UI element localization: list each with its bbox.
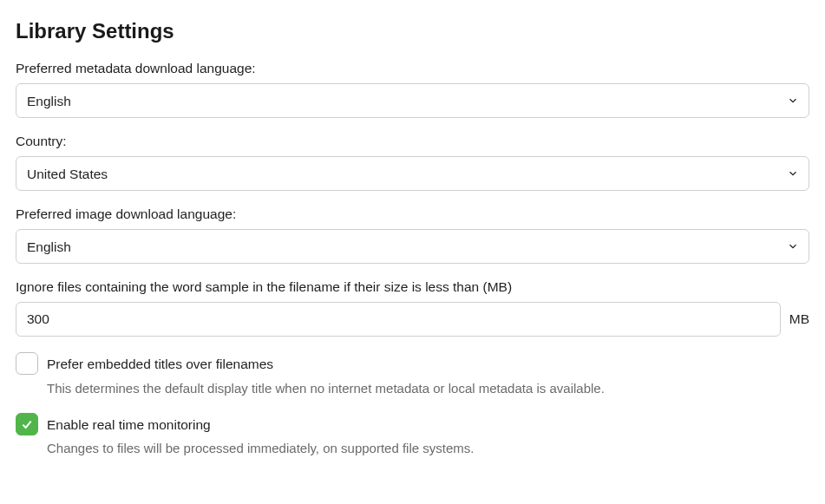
image-language-select[interactable]: English <box>16 229 809 264</box>
metadata-language-select-wrapper: English <box>16 83 809 118</box>
metadata-language-group: Preferred metadata download language: En… <box>16 61 809 118</box>
realtime-monitoring-text: Enable real time monitoring Changes to f… <box>47 413 474 458</box>
prefer-embedded-description: This determines the default display titl… <box>47 379 605 397</box>
page-title: Library Settings <box>16 19 809 43</box>
prefer-embedded-text: Prefer embedded titles over filenames Th… <box>47 352 605 397</box>
metadata-language-label: Preferred metadata download language: <box>16 61 809 76</box>
realtime-monitoring-description: Changes to files will be processed immed… <box>47 439 474 457</box>
prefer-embedded-checkbox[interactable] <box>16 352 38 375</box>
country-group: Country: United States <box>16 134 809 191</box>
image-language-select-wrapper: English <box>16 229 809 264</box>
prefer-embedded-label: Prefer embedded titles over filenames <box>47 355 605 374</box>
realtime-monitoring-group: Enable real time monitoring Changes to f… <box>16 413 809 458</box>
ignore-sample-label: Ignore files containing the word sample … <box>16 279 809 295</box>
metadata-language-select[interactable]: English <box>16 83 809 118</box>
ignore-sample-group: Ignore files containing the word sample … <box>16 279 809 337</box>
prefer-embedded-group: Prefer embedded titles over filenames Th… <box>16 352 809 397</box>
country-select[interactable]: United States <box>16 156 809 191</box>
country-select-wrapper: United States <box>16 156 809 191</box>
country-label: Country: <box>16 134 809 149</box>
realtime-monitoring-checkbox[interactable] <box>16 413 38 435</box>
ignore-sample-input-row: MB <box>16 302 809 337</box>
ignore-sample-input[interactable] <box>16 302 781 337</box>
image-language-group: Preferred image download language: Engli… <box>16 206 809 264</box>
ignore-sample-unit: MB <box>789 311 809 327</box>
image-language-label: Preferred image download language: <box>16 206 809 222</box>
realtime-monitoring-label: Enable real time monitoring <box>47 416 474 435</box>
